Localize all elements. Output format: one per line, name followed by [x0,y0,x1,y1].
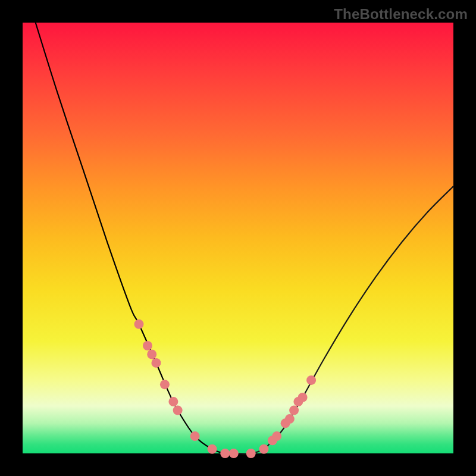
data-dot [208,444,217,454]
right-curve [234,186,453,453]
data-dot [298,393,308,402]
data-dot [272,431,281,441]
watermark-text: TheBottleneck.com [334,6,468,23]
data-dot [143,341,152,350]
data-dot [259,444,268,454]
data-dot [289,406,299,415]
data-dot [151,358,161,368]
data-dot [134,320,143,329]
data-dot [306,375,316,385]
data-dot [173,406,183,415]
data-dot [160,380,170,389]
chart-stage: TheBottleneck.com [0,0,476,476]
chart-svg [0,0,476,476]
left-curve [36,23,234,454]
data-dot [168,397,178,406]
data-dot [285,414,295,424]
data-dot [190,431,200,441]
data-dot [246,449,256,458]
data-dot [220,449,230,458]
data-dot [147,349,156,359]
data-dot [229,449,239,458]
